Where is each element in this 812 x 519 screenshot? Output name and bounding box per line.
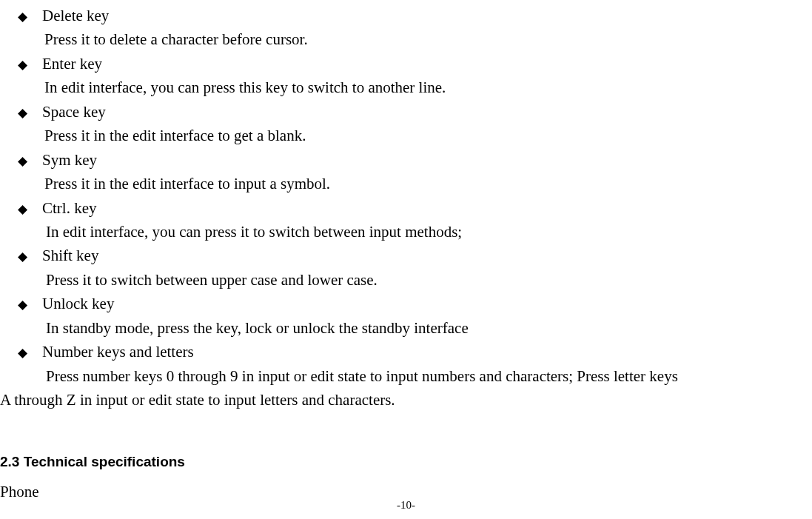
bullet-title: Unlock key (42, 292, 114, 315)
bullet-description: In standby mode, press the key, lock or … (0, 317, 812, 339)
bullet-description: Press it to switch between upper case an… (0, 269, 812, 291)
list-item: ◆ Sym key (0, 149, 812, 171)
diamond-icon: ◆ (18, 104, 27, 123)
bullet-description: In edit interface, you can press this ke… (0, 76, 812, 98)
diamond-icon: ◆ (18, 247, 27, 267)
bullet-title: Shift key (42, 244, 98, 267)
list-item: ◆ Shift key (0, 244, 812, 267)
bullet-title: Space key (42, 101, 106, 123)
diamond-icon: ◆ (18, 56, 27, 75)
diamond-icon: ◆ (18, 152, 27, 171)
list-item: ◆ Delete key (0, 4, 812, 27)
list-item: ◆ Space key (0, 101, 812, 123)
list-item: ◆ Ctrl. key (0, 197, 812, 219)
diamond-icon: ◆ (18, 7, 27, 27)
page-number: -10- (0, 499, 812, 512)
bullet-title: Number keys and letters (42, 341, 194, 363)
list-item: ◆ Enter key (0, 53, 812, 75)
bullet-title: Delete key (42, 4, 109, 27)
diamond-icon: ◆ (18, 200, 27, 219)
bullet-title: Sym key (42, 149, 97, 171)
bullet-description: Press number keys 0 through 9 in input o… (0, 365, 812, 387)
diamond-icon: ◆ (18, 344, 27, 363)
document-content: ◆ Delete key Press it to delete a charac… (0, 0, 812, 503)
bullet-title: Ctrl. key (42, 197, 97, 219)
section-heading: 2.3 Technical specifications (0, 454, 812, 470)
bullet-description: In edit interface, you can press it to s… (0, 221, 812, 243)
diamond-icon: ◆ (18, 295, 27, 315)
list-item: ◆ Unlock key (0, 292, 812, 315)
bullet-title: Enter key (42, 53, 102, 75)
paragraph-continuation: A through Z in input or edit state to in… (0, 389, 812, 411)
bullet-description: Press it in the edit interface to get a … (0, 124, 812, 147)
bullet-description: Press it to delete a character before cu… (0, 28, 812, 50)
bullet-description: Press it in the edit interface to input … (0, 173, 812, 195)
list-item: ◆ Number keys and letters (0, 341, 812, 363)
